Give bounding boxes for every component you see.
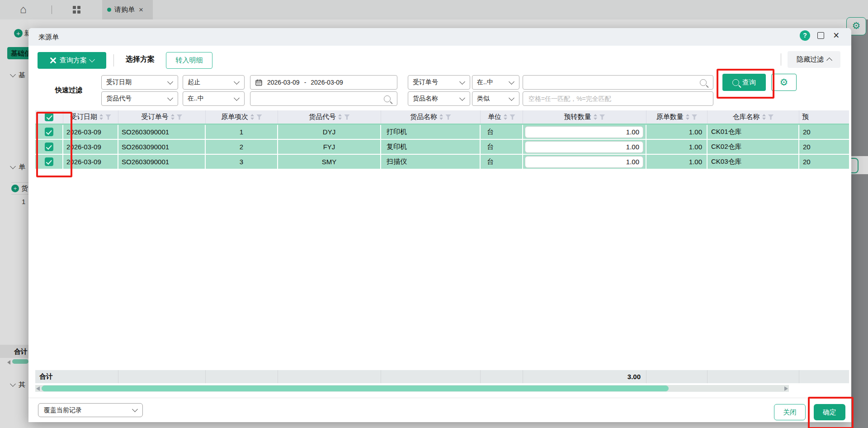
cell-clipped: 20 (799, 140, 849, 154)
date-to: 2026-03-09 (311, 79, 343, 86)
table-row[interactable]: 2026-03-09 SO2603090001 2 FYJ 复印机 台 1.00… (35, 140, 849, 154)
chevron-down-icon (509, 79, 514, 85)
search-input[interactable] (528, 78, 700, 86)
scroll-right-icon[interactable] (784, 386, 788, 391)
sort-icon[interactable] (504, 114, 507, 120)
col-header-orig-qty[interactable]: 原单数量 (646, 110, 708, 124)
filter-field-dropdown[interactable]: 货品名称 (408, 91, 470, 106)
qty-input[interactable] (525, 156, 643, 168)
cell-unit: 台 (481, 155, 523, 169)
cell-item-no: 2 (206, 140, 278, 154)
col-header-order-no[interactable]: 受订单号 (118, 110, 206, 124)
cell-warehouse: CK03仓库 (708, 155, 799, 169)
filter-funnel-icon[interactable] (599, 114, 605, 120)
sort-icon[interactable] (594, 114, 597, 120)
scrollbar-thumb[interactable] (42, 385, 669, 391)
col-header-warehouse[interactable]: 仓库名称 (708, 110, 799, 124)
dialog-title: 来源单 (38, 33, 59, 42)
cell-item-code: FYJ (278, 140, 381, 154)
filter-operator-dropdown[interactable]: 在..中 (472, 75, 519, 90)
qty-input[interactable] (525, 126, 643, 138)
cell-orig-qty: 1.00 (646, 140, 708, 154)
filter-settings-button[interactable]: ⚙ (771, 74, 797, 91)
chevron-down-icon (132, 406, 138, 412)
cell-warehouse: CK02仓库 (708, 140, 799, 154)
filter-search-box (250, 91, 397, 106)
filter-search-box (523, 75, 713, 90)
search-icon[interactable] (700, 79, 707, 86)
sum-label: 合计 (35, 370, 118, 383)
date-separator: - (304, 79, 307, 86)
search-input[interactable] (255, 95, 384, 103)
sort-icon[interactable] (686, 114, 689, 120)
dialog-footer: 覆盖当前记录 关闭 确定 (28, 398, 851, 422)
sort-icon[interactable] (762, 114, 766, 120)
filter-funnel-icon[interactable] (105, 114, 111, 120)
table-sum-row: 合计 3.00 (35, 370, 849, 383)
chevron-down-icon (167, 79, 173, 85)
col-header-item-no[interactable]: 原单项次 (206, 110, 278, 124)
sort-icon[interactable] (171, 114, 175, 120)
sort-icon[interactable] (99, 114, 103, 120)
chevron-down-icon (234, 79, 240, 85)
annotation-checkbox-column (36, 112, 72, 177)
horizontal-scrollbar[interactable] (35, 385, 789, 392)
toolbar-divider (113, 54, 114, 67)
match-pattern-input[interactable] (528, 95, 713, 103)
close-button[interactable]: 关闭 (774, 404, 806, 420)
gear-icon: ⚙ (780, 77, 788, 88)
filter-operator-dropdown[interactable]: 起止 (183, 75, 245, 90)
col-header-item-code[interactable]: 货品代号 (278, 110, 381, 124)
source-table: 受订日期 受订单号 原单项次 货品代号 货品名称 单位 预转数量 原单数量 仓库… (35, 110, 849, 170)
filter-funnel-icon[interactable] (445, 114, 451, 120)
cell-unit: 台 (481, 125, 523, 139)
filter-funnel-icon[interactable] (692, 114, 698, 120)
filter-funnel-icon[interactable] (177, 114, 183, 120)
record-mode-dropdown[interactable]: 覆盖当前记录 (38, 403, 143, 417)
col-header-unit[interactable]: 单位 (481, 110, 523, 124)
filter-funnel-icon[interactable] (768, 114, 774, 120)
filter-operator-dropdown[interactable]: 类似 (472, 91, 519, 106)
chevron-down-icon (459, 79, 465, 85)
sort-icon[interactable] (439, 114, 443, 120)
query-scheme-button[interactable]: 查询方案 (38, 52, 106, 69)
to-detail-button[interactable]: 转入明细 (166, 52, 212, 69)
cell-warehouse: CK01仓库 (708, 125, 799, 139)
table-row[interactable]: 2026-03-09 SO2603090001 3 SMY 扫描仪 台 1.00… (35, 155, 849, 169)
sort-icon[interactable] (250, 114, 254, 120)
search-icon[interactable] (384, 95, 391, 102)
cell-item-no: 3 (206, 155, 278, 169)
help-icon[interactable]: ? (800, 30, 810, 41)
date-range-input[interactable]: 2026-03-09 - 2026-03-09 (250, 75, 397, 90)
filter-field-dropdown[interactable]: 货品代号 (101, 91, 178, 106)
cell-order-no: SO2603090001 (118, 125, 206, 139)
col-header-transfer-qty[interactable]: 预转数量 (523, 110, 646, 124)
scroll-left-icon[interactable] (36, 386, 40, 391)
col-header-item-name[interactable]: 货品名称 (381, 110, 481, 124)
col-header-clipped[interactable]: 预 (799, 110, 849, 124)
cell-order-no: SO2603090001 (118, 155, 206, 169)
scheme-icon (50, 57, 57, 64)
close-icon[interactable]: × (833, 29, 839, 42)
sum-qty-total: 3.00 (523, 370, 646, 383)
filter-field-dropdown[interactable]: 受订单号 (408, 75, 470, 90)
filter-match-box (523, 91, 713, 106)
cell-item-name: 扫描仪 (381, 155, 481, 169)
filter-field-dropdown[interactable]: 受订日期 (101, 75, 178, 90)
table-header-row: 受订日期 受订单号 原单项次 货品代号 货品名称 单位 预转数量 原单数量 仓库… (35, 110, 849, 125)
cell-item-no: 1 (206, 125, 278, 139)
dialog-title-bar: 来源单 ? × (28, 28, 851, 46)
filter-operator-dropdown[interactable]: 在..中 (183, 91, 245, 106)
table-row[interactable]: 2026-03-09 SO2603090001 1 DYJ 打印机 台 1.00… (35, 125, 849, 139)
maximize-icon[interactable] (817, 32, 824, 39)
qty-input[interactable] (525, 141, 643, 153)
cell-clipped: 20 (799, 155, 849, 169)
filter-funnel-icon[interactable] (344, 114, 350, 120)
filter-funnel-icon[interactable] (509, 114, 515, 120)
hide-filter-button[interactable]: 隐藏过滤 (788, 51, 840, 68)
filter-funnel-icon[interactable] (256, 114, 262, 120)
select-scheme-label: 选择方案 (126, 55, 155, 64)
cell-orig-qty: 1.00 (646, 125, 708, 139)
sort-icon[interactable] (338, 114, 342, 120)
annotation-query-button (717, 69, 774, 99)
